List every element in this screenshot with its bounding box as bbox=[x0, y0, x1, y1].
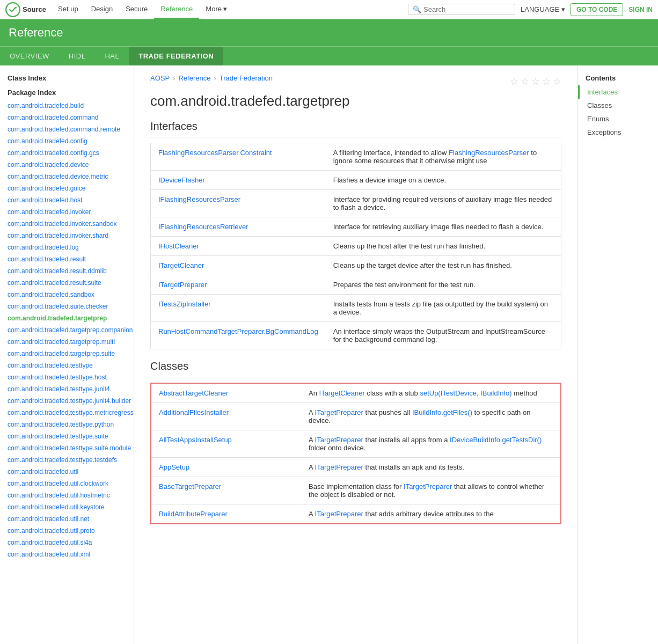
sidebar-item-4[interactable]: com.android.tradefed.config.gcs bbox=[0, 147, 134, 159]
sidebar: Class Index Package Index com.android.tr… bbox=[0, 65, 134, 644]
sidebar-item-18[interactable]: com.android.tradefed.targetprep bbox=[0, 312, 134, 324]
rp-item-exceptions[interactable]: Exceptions bbox=[578, 126, 658, 139]
language-button[interactable]: LANGUAGE ▾ bbox=[521, 5, 565, 13]
logo[interactable]: Source bbox=[5, 2, 46, 17]
class-link-3[interactable]: AppSetup bbox=[159, 463, 189, 471]
class-link-0[interactable]: AbstractTargetCleaner bbox=[159, 389, 228, 397]
inline-link-itargetpreparer-4[interactable]: ITargetPreparer bbox=[404, 482, 452, 491]
nav-item-reference[interactable]: Reference bbox=[154, 0, 199, 19]
sidebar-section-class-index[interactable]: Class Index bbox=[0, 71, 134, 85]
star-5[interactable]: ☆ bbox=[553, 76, 561, 87]
table-row: IFlashingResourcesRetriever Interface fo… bbox=[151, 217, 561, 237]
sidebar-item-22[interactable]: com.android.tradefed.testtype bbox=[0, 360, 134, 371]
interface-link-3[interactable]: IFlashingResourcesRetriever bbox=[158, 223, 248, 231]
inline-link-itargetpreparer-1[interactable]: ITargetPreparer bbox=[315, 408, 363, 416]
sidebar-item-26[interactable]: com.android.tradefed.testtype.metricregr… bbox=[0, 407, 134, 419]
sidebar-item-19[interactable]: com.android.tradefed.targetprep.companio… bbox=[0, 324, 134, 336]
sidebar-item-6[interactable]: com.android.tradefed.device.metric bbox=[0, 171, 134, 182]
class-desc-5: A ITargetPreparer that adds arbitrary de… bbox=[301, 504, 561, 524]
inline-link-itargetpreparer-3[interactable]: ITargetPreparer bbox=[315, 463, 363, 471]
sidebar-item-9[interactable]: com.android.tradefed.invoker bbox=[0, 206, 134, 218]
interface-link-0[interactable]: FlashingResourcesParser.Constraint bbox=[158, 149, 272, 157]
interface-desc-1: Flashes a device image on a device. bbox=[326, 171, 561, 190]
sidebar-item-12[interactable]: com.android.tradefed.log bbox=[0, 241, 134, 253]
breadcrumb-reference[interactable]: Reference bbox=[178, 74, 210, 82]
star-3[interactable]: ☆ bbox=[531, 76, 540, 87]
interface-link-1[interactable]: IDeviceFlasher bbox=[158, 176, 205, 184]
interface-link-4[interactable]: IHostCleaner bbox=[158, 242, 199, 250]
sidebar-section-package-index[interactable]: Package Index bbox=[0, 85, 134, 100]
interface-link-5[interactable]: ITargetCleaner bbox=[158, 261, 204, 269]
rp-item-classes[interactable]: Classes bbox=[578, 99, 658, 112]
class-link-1[interactable]: AdditionalFilesInstaller bbox=[159, 408, 229, 416]
sidebar-item-25[interactable]: com.android.tradefed.testtype.junit4.bui… bbox=[0, 395, 134, 407]
sidebar-item-8[interactable]: com.android.tradefed.host bbox=[0, 194, 134, 206]
interface-link-6[interactable]: ITargetPreparer bbox=[158, 281, 207, 289]
rp-item-enums[interactable]: Enums bbox=[578, 112, 658, 126]
inline-link-itargetcleaner-0[interactable]: ITargetCleaner bbox=[319, 389, 365, 397]
interfaces-table: FlashingResourcesParser.Constraint A fil… bbox=[150, 143, 561, 349]
class-link-4[interactable]: BaseTargetPreparer bbox=[159, 482, 221, 491]
go-to-code-button[interactable]: GO TO CODE bbox=[571, 3, 623, 16]
star-4[interactable]: ☆ bbox=[542, 76, 551, 87]
sign-in-button[interactable]: SIGN IN bbox=[628, 6, 653, 13]
inline-link-setup[interactable]: setUp(ITestDevice, IBuildInfo) bbox=[420, 389, 511, 397]
sidebar-item-11[interactable]: com.android.tradefed.invoker.shard bbox=[0, 230, 134, 241]
sub-item-trade-federation[interactable]: TRADE FEDERATION bbox=[129, 47, 223, 65]
sidebar-item-32[interactable]: com.android.tradefed.util.clockwork bbox=[0, 478, 134, 489]
sidebar-item-14[interactable]: com.android.tradefed.result.ddmlib bbox=[0, 265, 134, 277]
inline-link-flashing-parser[interactable]: FlashingResourcesParser bbox=[449, 149, 529, 157]
breadcrumb-trade-federation[interactable]: Trade Federation bbox=[220, 74, 273, 82]
class-desc-3: A ITargetPreparer that installs an apk a… bbox=[301, 458, 561, 477]
sidebar-item-35[interactable]: com.android.tradefed.util.net bbox=[0, 513, 134, 525]
sub-item-overview[interactable]: OVERVIEW bbox=[0, 47, 59, 65]
class-link-2[interactable]: AllTestAppsInstallSetup bbox=[159, 436, 232, 444]
sidebar-item-37[interactable]: com.android.tradefed.util.sl4a bbox=[0, 537, 134, 548]
sidebar-item-5[interactable]: com.android.tradefed.device bbox=[0, 159, 134, 171]
sidebar-item-38[interactable]: com.android.tradefed.util.xml bbox=[0, 548, 134, 560]
sidebar-item-27[interactable]: com.android.tradefed.testtype.python bbox=[0, 419, 134, 430]
sidebar-item-17[interactable]: com.android.tradefed.suite.checker bbox=[0, 301, 134, 312]
nav-item-more[interactable]: More ▾ bbox=[199, 0, 233, 19]
nav-item-setup[interactable]: Set up bbox=[52, 0, 85, 19]
sidebar-item-21[interactable]: com.android.tradefed.targetprep.suite bbox=[0, 348, 134, 360]
sidebar-item-29[interactable]: com.android.tradefed.testtype.suite.modu… bbox=[0, 442, 134, 454]
sidebar-item-36[interactable]: com.android.tradefed.util.proto bbox=[0, 525, 134, 537]
sidebar-item-23[interactable]: com.android.tradefed.testtype.host bbox=[0, 371, 134, 383]
breadcrumb-aosp[interactable]: AOSP bbox=[150, 74, 170, 82]
sidebar-item-20[interactable]: com.android.tradefed.targetprep.multi bbox=[0, 336, 134, 348]
sidebar-item-1[interactable]: com.android.tradefed.command bbox=[0, 112, 134, 123]
star-1[interactable]: ☆ bbox=[510, 76, 518, 87]
inline-link-itargetpreparer-2[interactable]: ITargetPreparer bbox=[315, 436, 363, 444]
interface-link-7[interactable]: ITestsZipInstaller bbox=[158, 300, 211, 308]
sidebar-item-15[interactable]: com.android.tradefed.result.suite bbox=[0, 277, 134, 289]
interface-link-2[interactable]: IFlashingResourcesParser bbox=[158, 195, 240, 203]
sidebar-item-16[interactable]: com.android.tradefed.sandbox bbox=[0, 289, 134, 301]
nav-item-design[interactable]: Design bbox=[85, 0, 119, 19]
sidebar-item-24[interactable]: com.android.tradefed.testtype.junit4 bbox=[0, 383, 134, 395]
inline-link-getfiles[interactable]: IBuildInfo.getFiles() bbox=[412, 408, 472, 416]
rp-item-interfaces[interactable]: Interfaces bbox=[578, 85, 658, 99]
inline-link-itargetpreparer-5[interactable]: ITargetPreparer bbox=[315, 510, 363, 518]
search-input[interactable] bbox=[423, 5, 510, 13]
sidebar-item-0[interactable]: com.android.tradefed.build bbox=[0, 100, 134, 112]
inline-link-gettestsdir[interactable]: IDeviceBuildInfo.getTestsDir() bbox=[450, 436, 542, 444]
star-2[interactable]: ☆ bbox=[521, 76, 529, 87]
sidebar-item-28[interactable]: com.android.tradefed.testtype.suite bbox=[0, 430, 134, 442]
sidebar-item-31[interactable]: com.android.tradefed.util bbox=[0, 466, 134, 478]
sidebar-item-34[interactable]: com.android.tradefed.util.keystore bbox=[0, 501, 134, 513]
table-row: FlashingResourcesParser.Constraint A fil… bbox=[151, 143, 561, 171]
main-layout: Class Index Package Index com.android.tr… bbox=[0, 65, 658, 644]
class-link-5[interactable]: BuildAttributePreparer bbox=[159, 510, 228, 518]
sidebar-item-13[interactable]: com.android.tradefed.result bbox=[0, 253, 134, 265]
sidebar-item-30[interactable]: com.android.tradefed.testtype.testdefs bbox=[0, 454, 134, 466]
sidebar-item-7[interactable]: com.android.tradefed.guice bbox=[0, 182, 134, 194]
sidebar-item-33[interactable]: com.android.tradefed.util.hostmetric bbox=[0, 489, 134, 501]
sidebar-item-2[interactable]: com.android.tradefed.command.remote bbox=[0, 123, 134, 135]
sub-item-hal[interactable]: HAL bbox=[95, 47, 129, 65]
sidebar-item-3[interactable]: com.android.tradefed.config bbox=[0, 135, 134, 147]
sidebar-item-10[interactable]: com.android.tradefed.invoker.sandbox bbox=[0, 218, 134, 230]
sub-item-hidl[interactable]: HIDL bbox=[59, 47, 96, 65]
nav-item-secure[interactable]: Secure bbox=[119, 0, 154, 19]
interface-link-8[interactable]: RunHostCommandTargetPreparer.BgCommandLo… bbox=[158, 327, 318, 335]
